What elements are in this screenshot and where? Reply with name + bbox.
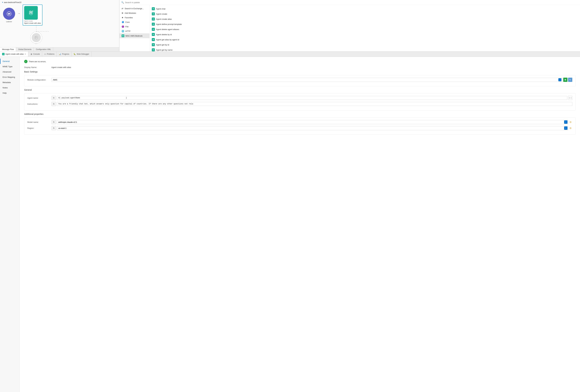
tab-global-elements[interactable]: Global Elements [16, 47, 34, 51]
palette-search-bar: 🔍 [120, 0, 580, 5]
progress-icon: 📊 [59, 53, 61, 55]
additional-props-section: Model name: fx anthropic.claude-v2:1 ▾ ⚙… [24, 117, 576, 134]
tab-console[interactable]: 🖥 Console [28, 51, 42, 57]
general-section-title: General [24, 89, 576, 91]
agent-create-node[interactable]: Agent create Agent create with alias [23, 4, 42, 25]
svg-point-1 [8, 13, 9, 14]
module-config-row: Module configuration: AWS ⌄ ✚ ✎ [27, 78, 572, 82]
instructions-input[interactable] [57, 102, 572, 106]
svg-point-6 [35, 37, 36, 37]
tab-agent-create-icon: M [2, 53, 4, 55]
palette-items-list: M Agent chat M Agent create M Agent crea… [150, 5, 580, 51]
palette-item-agent-define-prompt-template[interactable]: M Agent define prompt template [150, 22, 580, 27]
region-dropdown-arrow-icon: ▾ [564, 127, 568, 130]
tab-progress[interactable]: 📊 Progress [57, 51, 71, 57]
display-name-row: Display Name: Agent create with alias [24, 66, 576, 68]
region-row: Region: fx us-east-1 ▾ ⚙ [27, 126, 572, 130]
tab-problems[interactable]: ⚠ Problems [42, 51, 57, 57]
model-name-refresh-button[interactable]: ⚙ [569, 120, 572, 124]
error-banner: ✓ There are no errors. [24, 60, 576, 63]
bottom-node-area: ← [30, 32, 42, 47]
palette-item-agent-delete-agent-aliases[interactable]: M Agent delete agent aliases [150, 27, 580, 32]
tab-message-flow[interactable]: Message Flow [0, 47, 16, 51]
agent-get-by-id-badge: M [152, 43, 155, 46]
problems-icon: ⚠ [44, 53, 46, 55]
agent-name-fx-button[interactable]: fx [51, 96, 56, 100]
search-input[interactable] [125, 1, 578, 4]
palette-panel: 🔍 ⇄ Search in Exchange... ⊕ Add Modules … [119, 0, 580, 51]
mac-aws-bedrock-icon: M [122, 34, 124, 37]
palette-core[interactable]: 🔷 Core [120, 20, 149, 24]
agent-delete-by-id-badge: M [152, 33, 155, 36]
add-icon: ⊕ [122, 12, 123, 14]
tab-mule-debugger[interactable]: 🐛 Mule Debugger [71, 51, 91, 57]
model-dropdown-arrow-icon: ▾ [564, 120, 568, 124]
palette-search-exchange[interactable]: ⇄ Search in Exchange... [120, 6, 149, 11]
nav-mime-type[interactable]: MIME Type [0, 64, 19, 69]
content-area: ✓ There are no errors. Display Name: Age… [20, 57, 580, 392]
region-refresh-button[interactable]: ⚙ [569, 126, 572, 130]
nav-general[interactable]: General [0, 59, 19, 64]
star-icon: ★ [122, 16, 124, 19]
agent-name-grid-button[interactable]: ⋮⋮ [568, 96, 572, 100]
listener-node[interactable]: Listener [3, 8, 15, 22]
edit-config-button[interactable]: ✎ [568, 78, 572, 82]
instructions-row: Instructions: fx [27, 102, 572, 106]
agent-chat-badge: M [152, 7, 155, 10]
palette-mac-aws-bedrock[interactable]: M MAC AWS Bedrock [120, 33, 149, 38]
file-icon: 🟣 [122, 25, 124, 28]
flow-arrow: → [15, 12, 23, 15]
nav-notes[interactable]: Notes [0, 85, 19, 90]
agent-name-input[interactable] [57, 96, 567, 100]
search-icon: 🔍 [121, 1, 124, 4]
agent-get-by-name-badge: M [152, 48, 155, 51]
palette-item-agent-get-by-name[interactable]: M Agent get by name [150, 47, 580, 51]
palette-http[interactable]: 🌐 HTTP [120, 29, 149, 33]
agent-define-prompt-badge: M [152, 23, 155, 26]
model-name-select[interactable]: anthropic.claude-v2:1 [57, 120, 568, 124]
core-icon: 🔷 [122, 21, 124, 23]
nav-error-mapping[interactable]: Error Mapping [0, 74, 19, 80]
palette-favorites[interactable]: ★ Favorites [120, 15, 149, 20]
additional-props-title: Additional properties [24, 113, 576, 115]
tab-close-button[interactable]: ✕ [25, 53, 26, 55]
exchange-icon: ⇄ [122, 7, 123, 10]
agent-create-icon [24, 6, 38, 20]
agent-create-alias-badge: M [152, 17, 155, 20]
tab-configuration-xml[interactable]: Configuration XML [34, 47, 53, 51]
general-section: Agent name: fx ⋮⋮ Instructions: fx [24, 93, 576, 111]
region-fx-button[interactable]: fx [51, 126, 56, 130]
palette-item-agent-get-alias-by-agent-id[interactable]: M Agent get alias by agent id [150, 37, 580, 42]
nav-advanced[interactable]: Advanced [0, 69, 19, 74]
palette-file[interactable]: 🟣 File [120, 24, 149, 29]
flow-canvas[interactable]: ▼ aws-bedrockFlow10 Listener → [0, 0, 119, 51]
basic-settings-section: Module configuration: AWS ⌄ ✚ ✎ [24, 75, 576, 86]
editor-tabs-bar: M Agent create with alias ✕ 🖥 Console ⚠ … [0, 51, 580, 57]
palette-item-agent-chat[interactable]: M Agent chat [150, 6, 580, 11]
canvas-tabs: Message Flow Global Elements Configurati… [0, 47, 119, 51]
nav-help[interactable]: Help [0, 90, 19, 96]
nav-metadata[interactable]: Metadata [0, 80, 19, 85]
basic-settings-title: Basic Settings [24, 71, 576, 73]
instructions-fx-button[interactable]: fx [51, 102, 56, 106]
module-config-select[interactable]: AWS [51, 78, 563, 82]
svg-point-4 [30, 11, 30, 12]
model-name-fx-button[interactable]: fx [51, 120, 56, 124]
palette-add-modules[interactable]: ⊕ Add Modules [120, 11, 149, 15]
agent-name-row: Agent name: fx ⋮⋮ [27, 96, 572, 100]
palette-categories: ⇄ Search in Exchange... ⊕ Add Modules ★ … [120, 5, 150, 51]
palette-item-agent-create-alias[interactable]: M Agent create alias [150, 16, 580, 22]
region-select[interactable]: us-east-1 [57, 126, 568, 130]
palette-item-agent-create[interactable]: M Agent create [150, 11, 580, 16]
listener-icon [3, 8, 15, 20]
palette-item-agent-delete-by-id[interactable]: M Agent delete by id [150, 32, 580, 37]
debugger-icon: 🐛 [74, 53, 76, 55]
palette-item-agent-get-by-id[interactable]: M Agent get by id [150, 42, 580, 47]
tab-agent-create-with-alias[interactable]: M Agent create with alias ✕ [0, 51, 28, 57]
flow-title: ▼ aws-bedrockFlow10 [2, 1, 21, 3]
console-icon: 🖥 [30, 53, 32, 55]
http-icon: 🌐 [122, 30, 124, 32]
left-nav: General MIME Type Advanced Error Mapping… [0, 57, 20, 392]
editor-main: General MIME Type Advanced Error Mapping… [0, 57, 580, 392]
add-config-button[interactable]: ✚ [563, 78, 568, 82]
